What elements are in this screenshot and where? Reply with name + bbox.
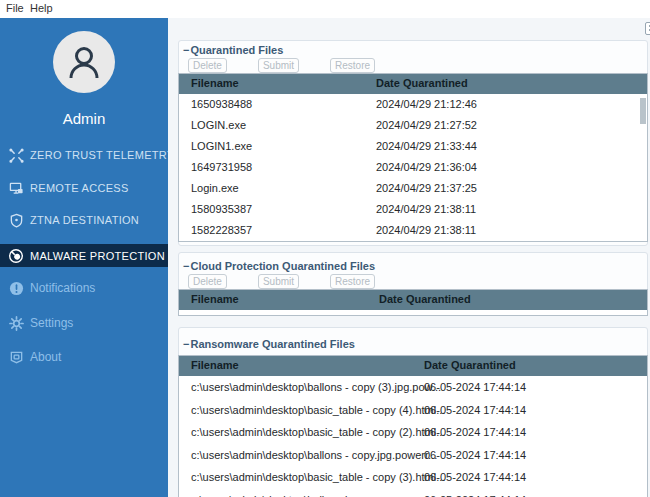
table-row[interactable]: c:\users\admin\desktop\ballons - copy.jp… [179,444,647,467]
submit-button[interactable]: Submit [258,58,299,73]
section-title: −Cloud Protection Quarantined Files [183,260,375,272]
settings-icon [8,315,24,331]
table-row[interactable]: c:\users\admin\desktop\basic_table - cop… [179,421,647,444]
submit-button[interactable]: Submit [258,274,299,289]
table-row[interactable]: 1580935387 2024/04/29 21:38:11 [179,199,647,220]
user-name: Admin [0,110,168,127]
sidebar-item-label: About [30,350,61,364]
cell-filename: 1649731958 [191,161,252,173]
sidebar-item-ztna-destination[interactable]: ZTNA DESTINATION [0,210,168,230]
cloud-protection-table: Filename Date Quarantined [178,289,648,316]
cell-date: 2024/04/29 21:36:04 [376,161,477,173]
cell-filename: c:\users\admin\desktop\ballons.jpg.power… [191,494,426,497]
cell-date: 06-05-2024 17:44:14 [424,426,526,438]
cell-filename: c:\users\admin\desktop\basic_table - cop… [191,471,445,483]
section-title: −Ransomware Quarantined Files [183,338,355,350]
cell-date: 2024/04/29 21:12:46 [376,98,477,110]
table-header: Filename Date Quarantined [179,356,647,376]
cell-filename: Login.exe [191,182,239,194]
quarantine-actions: Delete Submit Restore [188,274,375,289]
sidebar-item-remote-access[interactable]: REMOTE ACCESS [0,178,168,198]
cell-date: 06-05-2024 17:44:14 [424,494,526,497]
table-header: Filename Date Quarantined [179,290,647,310]
quarantined-files-table: Filename Date Quarantined 1650938488 202… [178,73,648,242]
column-filename: Filename [191,293,239,305]
section-cloud-protection-quarantined-files: −Cloud Protection Quarantined Files Dele… [178,252,648,316]
column-date-quarantined: Date Quarantined [379,293,471,305]
cell-date: 2024/04/29 21:38:11 [376,224,476,236]
remote-access-icon [8,180,24,196]
delete-button[interactable]: Delete [188,274,227,289]
table-row[interactable]: c:\users\admin\desktop\ballons - copy (3… [179,376,647,399]
table-row[interactable]: Login.exe 2024/04/29 21:37:25 [179,178,647,199]
table-row[interactable]: c:\users\admin\desktop\ballons.jpg.power… [179,489,647,497]
cell-date: 06-05-2024 17:44:14 [424,449,526,461]
table-row[interactable]: LOGIN1.exe 2024/04/29 21:33:44 [179,136,647,157]
sidebar-item-label: REMOTE ACCESS [30,182,129,194]
about-icon [8,349,24,365]
avatar [53,31,115,93]
zero-trust-telemetry-icon [8,147,24,163]
cell-filename: 1650938488 [191,98,252,110]
sidebar-item-settings[interactable]: Settings [0,313,168,333]
table-header: Filename Date Quarantined [179,74,647,94]
cell-filename: 1582228357 [191,224,252,236]
table-row[interactable]: 1650938488 2024/04/29 21:12:46 [179,94,647,115]
user-icon [64,42,104,82]
column-date-quarantined: Date Quarantined [424,359,516,371]
cell-filename: c:\users\admin\desktop\basic_table - cop… [191,404,445,416]
restore-button[interactable]: Restore [330,274,375,289]
column-date-quarantined: Date Quarantined [376,77,468,89]
sidebar-item-malware-protection[interactable]: MALWARE PROTECTION [0,244,168,267]
quarantine-actions: Delete Submit Restore [188,58,375,73]
sidebar-item-notifications[interactable]: Notifications [0,278,168,298]
delete-button[interactable]: Delete [188,58,227,73]
table-row[interactable]: c:\users\admin\desktop\basic_table - cop… [179,399,647,422]
table-scrollbar-thumb[interactable] [640,98,646,124]
cell-filename: c:\users\admin\desktop\ballons - copy.jp… [191,449,437,461]
sidebar-item-label: Notifications [30,281,95,295]
cell-date: 06-05-2024 17:44:14 [424,471,526,483]
cell-date: 06-05-2024 17:44:14 [424,381,526,393]
collapse-toggle[interactable]: − [183,260,189,272]
ransomware-table: Filename Date Quarantined c:\users\admin… [178,355,648,497]
sidebar-item-about[interactable]: About [0,347,168,367]
table-row[interactable]: 1649731958 2024/04/29 21:36:04 [179,157,647,178]
table-row[interactable]: LOGIN.exe 2024/04/29 21:27:52 [179,115,647,136]
column-filename: Filename [191,359,239,371]
column-filename: Filename [191,77,239,89]
app-window: File Help Admin ZERO TRUST TELEMETRY [0,0,650,497]
cell-date: 2024/04/29 21:37:25 [376,182,477,194]
main-content: −Quarantined Files Delete Submit Restore… [168,18,650,497]
collapse-toggle[interactable]: − [183,44,189,56]
menubar: File Help [0,0,650,18]
cell-filename: c:\users\admin\desktop\ballons - copy (3… [191,381,441,393]
cell-filename: LOGIN.exe [191,119,246,131]
sidebar-item-zero-trust-telemetry[interactable]: ZERO TRUST TELEMETRY [0,145,168,165]
sidebar-item-label: MALWARE PROTECTION [30,250,165,262]
menu-help[interactable]: Help [30,2,53,14]
table-row[interactable]: 1582228357 2024/04/29 21:38:11 [179,220,647,241]
cell-filename: LOGIN1.exe [191,140,252,152]
sidebar: Admin ZERO TRUST TELEMETRY REMOTE ACCESS [0,18,168,497]
section-title: −Quarantined Files [183,44,283,56]
menu-file[interactable]: File [6,2,24,14]
cell-filename: 1580935387 [191,203,252,215]
section-ransomware-quarantined-files: −Ransomware Quarantined Files Filename D… [178,327,648,497]
sidebar-item-label: Settings [30,316,73,330]
malware-protection-icon [8,248,24,264]
cell-date: 2024/04/29 21:33:44 [376,140,477,152]
table-row[interactable]: c:\users\admin\desktop\basic_table - cop… [179,466,647,489]
cell-filename: c:\users\admin\desktop\basic_table - cop… [191,426,445,438]
sidebar-item-label: ZERO TRUST TELEMETRY [30,149,175,161]
cell-date: 2024/04/29 21:27:52 [376,119,477,131]
cell-date: 2024/04/29 21:38:11 [376,203,476,215]
section-quarantined-files: −Quarantined Files Delete Submit Restore… [178,40,648,246]
sidebar-item-label: ZTNA DESTINATION [30,214,139,226]
restore-button[interactable]: Restore [330,58,375,73]
ztna-destination-icon [8,212,24,228]
notifications-icon [8,280,24,296]
scroll-top-button[interactable] [645,22,650,35]
cell-date: 06-05-2024 17:44:14 [424,404,526,416]
collapse-toggle[interactable]: − [183,338,189,350]
